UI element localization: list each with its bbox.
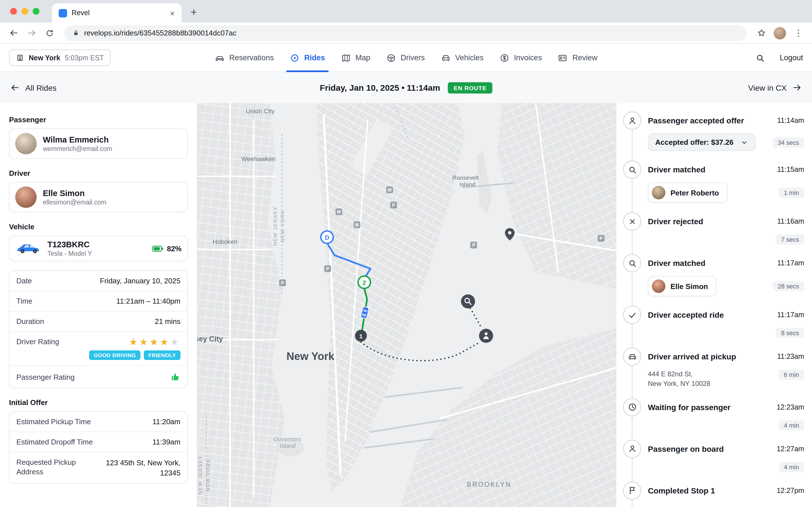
driver-card[interactable]: Elle Simon ellesimon@email.com <box>9 182 188 212</box>
map-label-brooklyn: BROOKLYN <box>467 481 511 488</box>
svg-text:D: D <box>325 234 329 241</box>
svg-text:P: P <box>472 243 475 247</box>
browser-toolbar: revelops.io/rides/635455288b8b390014dc07… <box>0 22 812 44</box>
forward-button[interactable] <box>24 25 40 41</box>
browser-tab[interactable]: Revel × <box>52 3 182 22</box>
stop-1-marker[interactable]: 1 <box>355 330 367 342</box>
map-label-weehawken: Weehawken <box>241 156 275 163</box>
location-local-time: 5:03pm EST <box>65 54 104 62</box>
refresh-button[interactable] <box>42 25 57 41</box>
back-to-all-rides-link[interactable]: All Rides <box>10 83 57 93</box>
browser-menu-icon[interactable]: ⋮ <box>791 27 806 38</box>
timeline-event-driver-matched-1: Driver matched 11:15am Peter Roberto 1 m… <box>616 161 804 203</box>
rating-tag: FRIENDLY <box>144 350 181 360</box>
thumbs-up-icon <box>170 372 181 382</box>
search-area-marker[interactable] <box>461 294 475 308</box>
rides-icon <box>290 53 300 63</box>
logout-button[interactable]: Logout <box>779 54 803 62</box>
tab-title: Revel <box>71 9 165 17</box>
zoom-window-button[interactable] <box>33 8 40 15</box>
svg-text:2: 2 <box>363 279 366 286</box>
browser-profile-avatar[interactable] <box>774 27 786 39</box>
passenger-pickup-marker[interactable] <box>479 329 493 343</box>
metro-station-icon: M <box>336 209 342 215</box>
star-icon: ★ <box>170 337 181 348</box>
svg-text:1: 1 <box>359 333 363 339</box>
map-label-roosevelt-1: Roosevelt <box>452 174 479 181</box>
tab-strip: Revel × + <box>0 0 812 22</box>
metro-station-icon: M <box>354 221 360 228</box>
nav-invoices[interactable]: Invoices <box>499 44 542 71</box>
close-tab-icon[interactable]: × <box>170 9 175 17</box>
parking-icon: P <box>390 202 397 209</box>
arrow-left-icon <box>10 83 20 93</box>
dropoff-marker[interactable]: D <box>321 231 333 243</box>
passenger-card[interactable]: Wilma Emmerich wemmerich@email.com <box>9 128 188 159</box>
parking-icon: P <box>279 279 286 286</box>
vehicle-plate: T123BKRC <box>47 240 92 249</box>
vehicle-card[interactable]: T123BKRC Tesla - Model Y 82% <box>9 235 188 262</box>
minimize-window-button[interactable] <box>21 8 28 15</box>
nav-reservations[interactable]: Reservations <box>214 44 274 71</box>
location-city: New York <box>29 54 60 62</box>
bookmark-star-icon[interactable] <box>753 25 769 41</box>
nav-drivers[interactable]: Drivers <box>386 44 425 71</box>
passenger-section-label: Passenger <box>9 115 188 124</box>
nav-review[interactable]: Review <box>558 44 598 71</box>
flag-icon <box>623 482 641 499</box>
date-row: Date Friday, January 10, 2025 <box>10 271 187 291</box>
duration-row: Duration 21 mins <box>10 311 187 331</box>
window-controls <box>6 0 46 22</box>
star-icon: ★ <box>139 337 150 348</box>
svg-text:M: M <box>355 223 359 227</box>
driver-chip-avatar <box>652 279 665 293</box>
search-icon[interactable] <box>755 53 765 63</box>
est-dropoff-row: Estimated Dropoff Time 11:39am <box>10 432 187 452</box>
vehicle-icon <box>441 53 451 63</box>
dollar-icon <box>499 53 509 63</box>
nav-map[interactable]: Map <box>341 44 370 71</box>
driver-chip-elle-simon[interactable]: Elle Simon <box>648 276 716 296</box>
svg-text:M: M <box>388 187 391 192</box>
duration-badge: 8 secs <box>776 328 804 338</box>
duration-badge: 7 secs <box>776 234 804 244</box>
driver-avatar <box>15 186 37 208</box>
timeline-event-on-board: Passenger on board 12:27am 4 min <box>616 440 804 472</box>
view-in-cx-link[interactable]: View in CX <box>748 83 802 93</box>
vehicle-model: Tesla - Model Y <box>47 250 92 257</box>
address-bar[interactable]: revelops.io/rides/635455288b8b390014dc07… <box>64 25 747 41</box>
duration-badge: 34 secs <box>772 137 804 147</box>
driver-chip-avatar <box>652 186 665 200</box>
passenger-name: Wilma Emmerich <box>43 135 112 144</box>
stop-2-marker[interactable]: 2 <box>358 276 370 288</box>
initial-offer-section-label: Initial Offer <box>9 398 188 407</box>
map-label-governors-1: Governors <box>273 436 301 442</box>
search-icon <box>623 161 641 179</box>
map-label-state-ny: NEW YORK <box>280 210 285 242</box>
driver-chip-peter-roberto[interactable]: Peter Roberto <box>648 182 727 203</box>
back-button[interactable] <box>6 25 21 41</box>
nav-rides[interactable]: Rides <box>290 44 325 71</box>
new-tab-button[interactable]: + <box>191 7 197 17</box>
timeline-event-completed-stop-1: Completed Stop 1 12:27pm <box>616 482 804 499</box>
accepted-offer-dropdown[interactable]: Accepted offer: $37.26 <box>648 133 755 151</box>
time-row: Time 11:21am – 11:40pm <box>10 291 187 311</box>
close-window-button[interactable] <box>10 8 17 15</box>
duration-badge: 4 min <box>779 420 804 430</box>
driver-section-label: Driver <box>9 169 188 177</box>
svg-text:M: M <box>337 210 341 214</box>
lock-icon <box>72 29 80 37</box>
ride-details-sidebar: Passenger Wilma Emmerich wemmerich@email… <box>0 103 197 507</box>
svg-text:P: P <box>326 267 329 271</box>
building-icon <box>16 54 24 62</box>
passenger-icon <box>623 112 641 129</box>
driver-rating-stars: ★★★★★ <box>129 337 181 347</box>
ride-summary-card: Date Friday, January 10, 2025 Time 11:21… <box>9 270 188 388</box>
location-time-button[interactable]: New York 5:03pm EST <box>9 50 111 66</box>
reservations-car-icon <box>214 53 225 63</box>
initial-offer-card: Estimated Pickup Time 11:20am Estimated … <box>9 411 188 484</box>
svg-text:P: P <box>281 281 284 285</box>
nav-vehicles[interactable]: Vehicles <box>441 44 484 71</box>
driver-rating-row: Driver Rating ★★★★★ GOOD DRIVING FRIENDL… <box>10 331 187 365</box>
ride-map[interactable]: Union City Weehawken Hoboken Jersey City… <box>197 103 616 507</box>
